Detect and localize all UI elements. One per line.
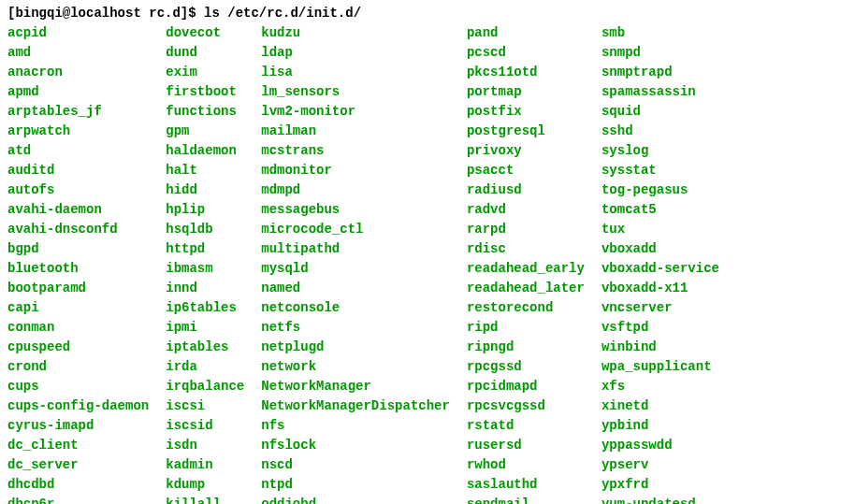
service-entry: irqbalance [166,377,244,396]
service-entry: firstboot [166,82,244,102]
ls-column-3: pandpcscdpkcs11otdportmappostfixpostgres… [467,23,585,504]
service-entry: iscsi [166,396,244,416]
service-entry: rpcidmapd [467,377,585,396]
service-entry: cpuspeed [7,338,149,357]
service-entry: radiusd [467,180,585,200]
service-entry: dhcp6r [7,495,149,504]
service-entry: ypxfrd [601,475,719,495]
service-entry: mailman [261,122,450,141]
service-entry: lvm2-monitor [261,102,450,122]
service-entry: isdn [166,436,244,455]
service-entry: killall [166,495,244,504]
service-entry: named [261,279,450,298]
service-entry: vboxadd-service [601,259,719,279]
service-entry: kudzu [261,23,450,43]
service-entry: psacct [467,161,585,180]
service-entry: dc_server [7,455,149,475]
service-entry: NetworkManager [261,377,450,396]
service-entry: radvd [467,200,585,220]
service-entry: restorecond [467,298,585,318]
service-entry: ldap [261,43,450,63]
service-entry: hplip [166,200,244,220]
service-entry: winbind [601,338,719,357]
service-entry: messagebus [261,200,450,220]
service-entry: vboxadd-x11 [601,279,719,298]
service-entry: capi [7,298,149,318]
service-entry: netfs [261,318,450,338]
service-entry: crond [7,357,149,377]
service-entry: exim [166,63,244,82]
service-entry: kdump [166,475,244,495]
service-entry: privoxy [467,141,585,161]
service-entry: spamassassin [601,82,719,102]
service-entry: halt [166,161,244,180]
service-entry: ip6tables [166,298,244,318]
service-entry: auditd [7,161,149,180]
service-entry: sysstat [601,161,719,180]
service-entry: atd [7,141,149,161]
service-entry: irda [166,357,244,377]
service-entry: xfs [601,377,719,396]
service-entry: nscd [261,455,450,475]
service-entry: mdmonitor [261,161,450,180]
service-entry: multipathd [261,239,450,259]
service-entry: ntpd [261,475,450,495]
service-entry: snmptrapd [601,63,719,82]
service-entry: oddjobd [261,495,450,504]
service-entry: vsftpd [601,318,719,338]
service-entry: portmap [467,82,585,102]
ls-column-0: acpidamdanacronapmdarptables_jfarpwatcha… [7,23,149,504]
service-entry: gpm [166,122,244,141]
service-entry: NetworkManagerDispatcher [261,396,450,416]
service-entry: netplugd [261,338,450,357]
service-entry: rarpd [467,220,585,239]
ls-column-2: kudzuldaplisalm_sensorslvm2-monitormailm… [261,23,450,504]
service-entry: anacron [7,63,149,82]
shell-prompt: [bingqi@localhost rc.d]$ [7,6,204,21]
ls-column-1: dovecotdundeximfirstbootfunctionsgpmhald… [166,23,244,504]
service-entry: rusersd [467,436,585,455]
service-entry: dc_client [7,436,149,455]
service-entry: bootparamd [7,279,149,298]
service-entry: netconsole [261,298,450,318]
service-entry: postfix [467,102,585,122]
service-entry: pkcs11otd [467,63,585,82]
service-entry: arptables_jf [7,102,149,122]
service-entry: innd [166,279,244,298]
service-entry: tux [601,220,719,239]
service-entry: vncserver [601,298,719,318]
shell-command: ls /etc/rc.d/init.d/ [204,6,361,21]
service-entry: functions [166,102,244,122]
service-entry: iscsid [166,416,244,436]
service-entry: squid [601,102,719,122]
service-entry: avahi-daemon [7,200,149,220]
service-entry: mysqld [261,259,450,279]
service-entry: ripngd [467,338,585,357]
service-entry: ipmi [166,318,244,338]
service-entry: iptables [166,338,244,357]
service-entry: readahead_later [467,279,585,298]
service-entry: apmd [7,82,149,102]
service-entry: amd [7,43,149,63]
service-entry: rpcsvcgssd [467,396,585,416]
service-entry: rdisc [467,239,585,259]
service-entry: microcode_ctl [261,220,450,239]
service-entry: bluetooth [7,259,149,279]
service-entry: dovecot [166,23,244,43]
service-entry: cups [7,377,149,396]
service-entry: hsqldb [166,220,244,239]
service-entry: smb [601,23,719,43]
service-entry: sshd [601,122,719,141]
service-entry: ypserv [601,455,719,475]
service-entry: autofs [7,180,149,200]
service-entry: kadmin [166,455,244,475]
terminal-prompt-line: [bingqi@localhost rc.d]$ ls /etc/rc.d/in… [7,4,848,23]
service-entry: readahead_early [467,259,585,279]
service-entry: lisa [261,63,450,82]
service-entry: syslog [601,141,719,161]
service-entry: rwhod [467,455,585,475]
service-entry: arpwatch [7,122,149,141]
service-entry: tog-pegasus [601,180,719,200]
service-entry: network [261,357,450,377]
service-entry: nfslock [261,436,450,455]
